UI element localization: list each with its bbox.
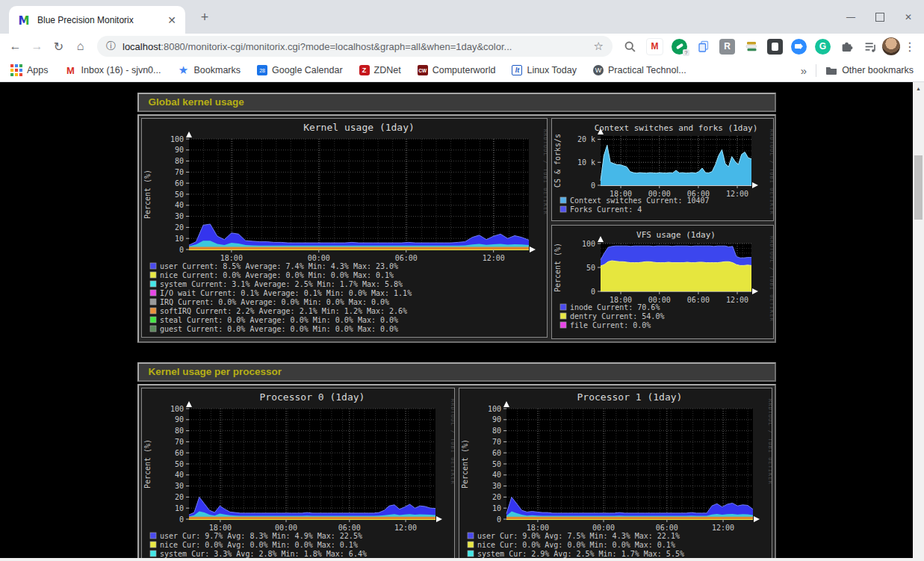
url-path: :8080/monitorix-cgi/monitorix.cgi?mode=l… (161, 41, 512, 52)
svg-text:80: 80 (174, 427, 183, 435)
svg-text:06:00: 06:00 (338, 524, 360, 532)
scrollbar-thumb[interactable] (914, 155, 923, 220)
svg-text:Percent (%): Percent (%) (143, 170, 152, 219)
tab-close-icon[interactable]: ✕ (164, 14, 179, 26)
voice-help-extension-icon[interactable]: ? (672, 39, 687, 55)
reload-button[interactable]: ↻ (48, 36, 69, 57)
svg-text:12:00: 12:00 (394, 524, 417, 532)
per-processor-graphs: Processor 0 (1day)Percent (%)RRDTOOL / T… (137, 384, 776, 561)
extensions-puzzle-icon[interactable] (839, 39, 855, 55)
url-bar[interactable]: ⓘ localhost:8080/monitorix-cgi/monitorix… (97, 36, 613, 57)
gmail-icon: M (65, 64, 77, 76)
window-maximize-icon[interactable] (875, 13, 884, 22)
r-extension-icon[interactable]: R (719, 39, 735, 55)
svg-text:20: 20 (174, 223, 183, 232)
bookmark-computerworld[interactable]: CW Computerworld (418, 65, 496, 75)
gmail-extension-icon[interactable]: M (646, 38, 663, 55)
url-text: localhost:8080/monitorix-cgi/monitorix.c… (123, 41, 588, 52)
back-button[interactable]: ← (4, 36, 26, 57)
svg-text:system Cur: 3.3% Avg:: system Cur: 3.3% Avg: 2.8% Min: 1.8% Max… (160, 550, 367, 558)
other-bookmarks-button[interactable]: Other bookmarks (825, 64, 914, 76)
svg-text:Processor 0 (1day): Processor 0 (1day) (259, 391, 365, 403)
vertical-scrollbar[interactable]: ▲ (913, 82, 924, 561)
playlist-extension-icon[interactable] (863, 39, 878, 55)
bookmark-google-calendar[interactable]: 28 Google Calendar (257, 65, 343, 75)
svg-text:10: 10 (174, 504, 183, 512)
browser-menu-icon[interactable]: ⋮ (900, 40, 920, 54)
bookmark-label: Apps (27, 65, 49, 75)
bottom-scrollbar-strip (0, 558, 924, 561)
bookmark-linux-today[interactable]: lt Linux Today (512, 65, 577, 75)
grammarly-glyph: G (819, 41, 826, 52)
svg-text:50: 50 (174, 190, 183, 199)
bookmark-practical-technology[interactable]: W Practical Technol... (593, 65, 686, 75)
svg-text:nice Current: 0.0%: nice Current: 0.0% Average: 0.0% Min: 0.… (160, 271, 394, 279)
svg-text:guest Current: 0.0%: guest Current: 0.0% Average: 0.0% Min: 0… (160, 325, 398, 333)
svg-text:30: 30 (492, 482, 500, 490)
svg-text:12:00: 12:00 (482, 254, 504, 262)
bookmarks-overflow-chevron[interactable]: » (801, 64, 807, 77)
home-button[interactable]: ⌂ (69, 36, 91, 57)
svg-text:RRDTOOL / TOBI OETIKER: RRDTOOL / TOBI OETIKER (769, 236, 773, 322)
bookmark-bookmarks[interactable]: ★ Bookmarks (178, 64, 241, 76)
browser-tab[interactable]: M Blue Precision Monitorix ✕ (9, 6, 185, 34)
processor-0-graph[interactable]: Processor 0 (1day)Percent (%)RRDTOOL / T… (141, 388, 455, 561)
copy-pages-extension-icon[interactable] (695, 39, 711, 55)
context-switches-graph[interactable]: Context switches and forks (1day)CS & fo… (551, 118, 774, 221)
section-header-global-kernel: Global kernel usage (137, 93, 776, 112)
svg-text:18:00: 18:00 (526, 524, 548, 532)
svg-text:Context switches and forks (1: Context switches and forks (1day) (594, 123, 757, 133)
svg-text:M: M (19, 14, 30, 26)
bookmark-apps[interactable]: Apps (10, 64, 49, 76)
svg-text:user Cur: 9.0% Avg:: user Cur: 9.0% Avg: 7.5% Min: 4.3% Max: … (477, 532, 680, 540)
section-kernel-per-processor: Kernel usage per processor Processor 0 (… (137, 362, 776, 561)
profile-avatar[interactable] (882, 37, 900, 55)
bookmark-star-icon[interactable]: ☆ (594, 40, 604, 53)
window-close-icon[interactable]: ✕ (905, 12, 912, 22)
bookmark-inbox[interactable]: M Inbox (16) - sjvn0... (65, 64, 161, 76)
star-icon: ★ (178, 64, 190, 76)
svg-text:40: 40 (174, 201, 183, 209)
svg-text:100: 100 (170, 405, 183, 413)
kernel-usage-graph[interactable]: Kernel usage (1day)Percent (%)RRDTOOL / … (141, 118, 548, 338)
bookmark-label: Computerworld (432, 65, 496, 75)
password-manager-extension-icon[interactable] (767, 39, 783, 55)
svg-text:06:00: 06:00 (655, 524, 678, 532)
grammarly-extension-icon[interactable]: G (815, 39, 831, 55)
svg-text:0: 0 (179, 515, 183, 524)
new-tab-button[interactable]: + (196, 10, 214, 25)
svg-text:00:00: 00:00 (307, 254, 329, 262)
svg-text:nice Cur: 0.0% Avg:: nice Cur: 0.0% Avg: 0.0% Min: 0.0% Max: … (160, 541, 358, 549)
svg-text:nice Cur: 0.0% Avg:: nice Cur: 0.0% Avg: 0.0% Min: 0.0% Max: … (477, 541, 675, 549)
svg-text:06:00: 06:00 (394, 254, 417, 262)
svg-text:50: 50 (492, 460, 500, 468)
section-title: Global kernel usage (149, 96, 244, 108)
global-kernel-graphs: Kernel usage (1day)Percent (%)RRDTOOL / … (137, 114, 776, 343)
svg-text:system Current: 3.1%: system Current: 3.1% Average: 2.5% Min: … (160, 280, 403, 288)
window-minimize-icon[interactable]: — (846, 12, 855, 22)
svg-text:20: 20 (174, 493, 183, 501)
zdnet-icon: Z (359, 65, 370, 75)
svg-text:12:00: 12:00 (712, 524, 734, 532)
svg-text:70: 70 (492, 438, 500, 446)
bookmark-zdnet[interactable]: Z ZDNet (359, 65, 401, 75)
search-extension-icon[interactable] (622, 39, 638, 55)
bookmark-label: ZDNet (374, 65, 401, 75)
scrollbar-up-arrow-icon[interactable]: ▲ (913, 82, 924, 94)
books-extension-icon[interactable] (743, 39, 759, 55)
svg-text:12:00: 12:00 (725, 190, 748, 198)
zoom-extension-icon[interactable] (791, 39, 807, 55)
svg-text:IRQ Current: 0.0%: IRQ Current: 0.0% Average: 0.0% Min: 0.0… (160, 298, 389, 306)
processor-1-graph[interactable]: Processor 1 (1day)Percent (%)RRDTOOL / T… (459, 388, 772, 561)
svg-text:Percent (%): Percent (%) (554, 243, 562, 292)
other-bookmarks-label: Other bookmarks (842, 65, 914, 75)
svg-text:50: 50 (586, 264, 595, 272)
svg-text:Context switches Curre: Context switches Current: 10407 (570, 196, 710, 205)
page-info-icon[interactable]: ⓘ (106, 40, 116, 53)
vfs-usage-graph[interactable]: VFS usage (1day)Percent (%)RRDTOOL / TOB… (551, 225, 774, 339)
bookmark-label: Google Calendar (272, 65, 343, 75)
apps-grid-icon (10, 64, 22, 76)
question-badge: ? (683, 49, 689, 56)
forward-button[interactable]: → (26, 36, 48, 57)
tab-title: Blue Precision Monitorix (37, 15, 164, 25)
